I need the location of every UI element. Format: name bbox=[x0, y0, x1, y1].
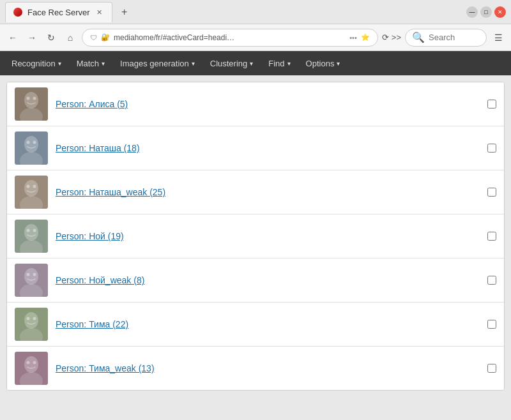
person-avatar bbox=[15, 352, 48, 385]
nav-menu: Recognition ▾ Match ▾ Images generation … bbox=[0, 51, 511, 75]
menu-item-match[interactable]: Match ▾ bbox=[70, 55, 111, 72]
main-content: Person: Алиса (5) Person: Наташа (18) bbox=[0, 75, 511, 420]
search-input[interactable] bbox=[429, 33, 480, 42]
svg-point-29 bbox=[33, 317, 36, 320]
ellipsis-icon: ••• bbox=[349, 34, 357, 41]
svg-point-31 bbox=[24, 356, 38, 373]
person-row: Person: Ной_weak (8) bbox=[7, 259, 504, 303]
person-name[interactable]: Person: Алиса (5) bbox=[56, 99, 480, 109]
menu-item-options[interactable]: Options ▾ bbox=[300, 55, 347, 72]
svg-point-28 bbox=[27, 317, 30, 320]
find-arrow: ▾ bbox=[287, 60, 291, 67]
menu-item-find[interactable]: Find ▾ bbox=[262, 55, 296, 72]
reader-view-button[interactable]: ☰ bbox=[491, 30, 506, 45]
person-avatar bbox=[15, 87, 48, 121]
window-controls: — □ ✕ bbox=[466, 6, 506, 18]
more-tools-icon[interactable]: >> bbox=[392, 33, 401, 42]
tab-close-button[interactable]: ✕ bbox=[95, 8, 104, 17]
svg-point-13 bbox=[27, 185, 30, 188]
person-name[interactable]: Person: Ной_weak (8) bbox=[56, 275, 480, 285]
svg-point-6 bbox=[24, 136, 38, 153]
shield-icon: 🛡 bbox=[90, 34, 97, 41]
svg-point-3 bbox=[27, 97, 30, 100]
maximize-button[interactable]: □ bbox=[480, 6, 492, 18]
person-name[interactable]: Person: Наташа_weak (25) bbox=[56, 187, 480, 197]
minimize-button[interactable]: — bbox=[466, 6, 478, 18]
person-checkbox[interactable] bbox=[487, 320, 496, 329]
home-button[interactable]: ⌂ bbox=[63, 30, 78, 45]
svg-point-11 bbox=[24, 180, 38, 197]
svg-point-19 bbox=[33, 229, 36, 232]
svg-point-8 bbox=[27, 141, 30, 144]
person-checkbox[interactable] bbox=[487, 100, 496, 109]
recognition-label: Recognition bbox=[11, 59, 56, 68]
certificate-icon: 🔐 bbox=[101, 33, 110, 41]
tab-favicon bbox=[13, 8, 22, 17]
person-row: Person: Наташа_weak (25) bbox=[7, 170, 504, 214]
svg-point-34 bbox=[33, 361, 36, 364]
svg-point-1 bbox=[24, 92, 38, 109]
options-arrow: ▾ bbox=[337, 60, 340, 67]
clustering-arrow: ▾ bbox=[250, 60, 253, 67]
svg-point-18 bbox=[27, 229, 30, 232]
tab-title: Face Rec Server bbox=[27, 8, 90, 17]
ext-reload-icon[interactable]: ⟳ bbox=[382, 33, 389, 42]
svg-point-26 bbox=[24, 312, 38, 329]
new-tab-button[interactable]: + bbox=[116, 4, 133, 20]
person-checkbox[interactable] bbox=[487, 276, 496, 285]
person-avatar bbox=[15, 131, 48, 165]
find-label: Find bbox=[268, 59, 284, 68]
person-name[interactable]: Person: Тима (22) bbox=[56, 319, 480, 329]
clustering-label: Clustering bbox=[210, 59, 248, 68]
person-row: Person: Тима_weak (13) bbox=[7, 347, 504, 390]
person-name[interactable]: Person: Тима_weak (13) bbox=[56, 363, 480, 373]
close-button[interactable]: ✕ bbox=[494, 6, 506, 18]
address-bar: ← → ↻ ⌂ 🛡 🔐 mediahome/fr/#activeCard=hea… bbox=[0, 24, 511, 51]
person-checkbox[interactable] bbox=[487, 364, 496, 373]
bookmark-icon: ⭐ bbox=[361, 33, 370, 41]
svg-point-14 bbox=[33, 185, 36, 188]
svg-point-4 bbox=[33, 97, 36, 100]
person-avatar bbox=[15, 264, 48, 297]
person-checkbox[interactable] bbox=[487, 144, 496, 153]
svg-point-23 bbox=[27, 273, 30, 276]
person-row: Person: Ной (19) bbox=[7, 214, 504, 259]
menu-item-images-generation[interactable]: Images generation ▾ bbox=[114, 55, 201, 72]
person-row: Person: Наташа (18) bbox=[7, 126, 504, 170]
svg-point-16 bbox=[24, 224, 38, 241]
svg-point-33 bbox=[27, 361, 30, 364]
svg-point-24 bbox=[33, 273, 36, 276]
images-generation-arrow: ▾ bbox=[192, 60, 195, 67]
extension-icons: ⟳ >> bbox=[382, 33, 401, 42]
person-avatar bbox=[15, 308, 48, 341]
match-arrow: ▾ bbox=[102, 60, 105, 67]
address-input[interactable]: 🛡 🔐 mediahome/fr/#activeCard=headi… ••• … bbox=[82, 29, 378, 47]
forward-button[interactable]: → bbox=[24, 30, 40, 45]
back-button[interactable]: ← bbox=[5, 30, 20, 45]
person-row: Person: Алиса (5) bbox=[7, 82, 504, 126]
recognition-arrow: ▾ bbox=[58, 60, 61, 67]
search-box[interactable]: 🔍 bbox=[405, 29, 487, 47]
person-checkbox[interactable] bbox=[487, 188, 496, 197]
person-name[interactable]: Person: Ной (19) bbox=[56, 231, 480, 241]
menu-item-clustering[interactable]: Clustering ▾ bbox=[204, 55, 260, 72]
person-avatar bbox=[15, 176, 48, 209]
svg-point-21 bbox=[24, 268, 38, 285]
person-row: Person: Тима (22) bbox=[7, 303, 504, 347]
match-label: Match bbox=[77, 59, 99, 68]
title-bar: Face Rec Server ✕ + — □ ✕ bbox=[0, 0, 511, 24]
browser-tab[interactable]: Face Rec Server ✕ bbox=[5, 2, 112, 22]
url-text: mediahome/fr/#activeCard=headi… bbox=[114, 33, 346, 42]
svg-point-9 bbox=[33, 141, 36, 144]
search-icon: 🔍 bbox=[412, 31, 425, 43]
reload-button[interactable]: ↻ bbox=[43, 30, 59, 45]
person-name[interactable]: Person: Наташа (18) bbox=[56, 143, 480, 153]
person-avatar bbox=[15, 220, 48, 253]
person-checkbox[interactable] bbox=[487, 232, 496, 241]
person-list: Person: Алиса (5) Person: Наташа (18) bbox=[6, 82, 505, 391]
images-generation-label: Images generation bbox=[120, 59, 189, 68]
menu-item-recognition[interactable]: Recognition ▾ bbox=[5, 55, 68, 72]
options-label: Options bbox=[306, 59, 335, 68]
